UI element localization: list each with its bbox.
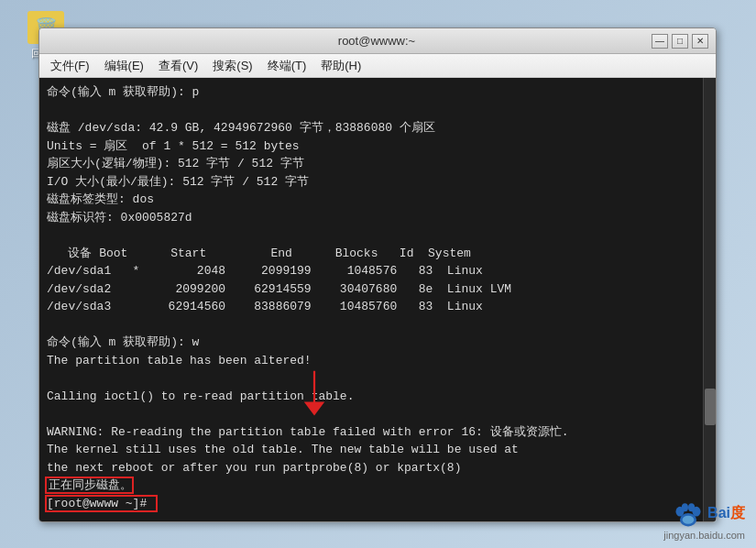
menu-file[interactable]: 文件(F) xyxy=(43,55,97,77)
window-title: root@wwww:~ xyxy=(102,34,652,48)
menu-bar: 文件(F) 编辑(E) 查看(V) 搜索(S) 终端(T) 帮助(H) xyxy=(39,54,716,78)
terminal-body[interactable]: 命令(输入 m 获取帮助): p 磁盘 /dev/sda: 42.9 GB, 4… xyxy=(39,78,716,521)
baidu-brand-text: Bai度 xyxy=(707,504,745,523)
minimize-button[interactable]: — xyxy=(652,34,668,49)
desktop: 🗑️ 回收站 root@wwww:~ — □ ✕ 文件(F) 编辑(E) 查看(… xyxy=(0,0,756,548)
svg-point-7 xyxy=(683,516,695,524)
baidu-url-text: jingyan.baidu.com xyxy=(663,530,745,541)
terminal-output: 命令(输入 m 获取帮助): p 磁盘 /dev/sda: 42.9 GB, 4… xyxy=(47,83,708,512)
scrollbar[interactable] xyxy=(703,78,716,521)
watermark: Bai度 jingyan.baidu.com xyxy=(663,497,745,541)
menu-view[interactable]: 查看(V) xyxy=(151,55,205,77)
terminal-window: root@wwww:~ — □ ✕ 文件(F) 编辑(E) 查看(V) 搜索(S… xyxy=(38,27,717,522)
menu-edit[interactable]: 编辑(E) xyxy=(97,55,151,77)
menu-search[interactable]: 搜索(S) xyxy=(205,55,259,77)
window-controls: — □ ✕ xyxy=(652,34,708,49)
title-bar: root@wwww:~ — □ ✕ xyxy=(39,28,716,54)
close-button[interactable]: ✕ xyxy=(692,34,708,49)
maximize-button[interactable]: □ xyxy=(672,34,688,49)
menu-terminal[interactable]: 终端(T) xyxy=(260,55,314,77)
menu-help[interactable]: 帮助(H) xyxy=(313,55,368,77)
baidu-logo: Bai度 xyxy=(672,497,745,530)
scrollbar-thumb[interactable] xyxy=(705,389,716,425)
baidu-paw-icon xyxy=(672,497,705,530)
svg-point-5 xyxy=(682,503,688,511)
svg-point-6 xyxy=(688,503,695,511)
